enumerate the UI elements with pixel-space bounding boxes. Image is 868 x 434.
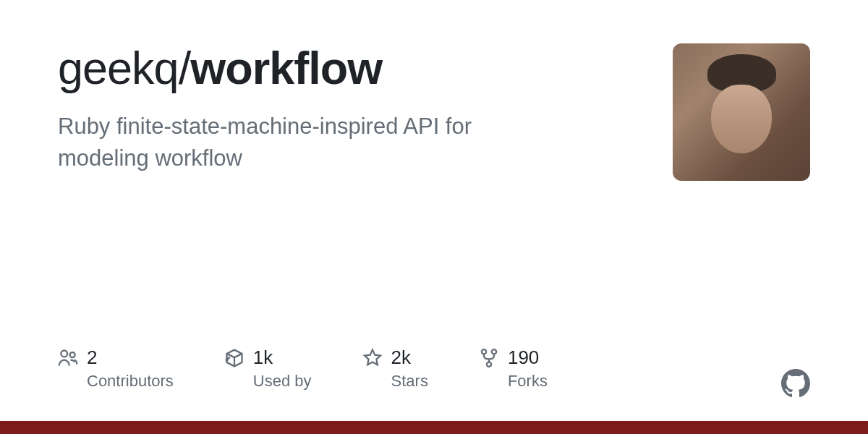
svg-point-3 (492, 349, 496, 354)
svg-point-1 (70, 352, 75, 357)
stat-label: Used by (253, 372, 312, 391)
svg-point-2 (482, 349, 486, 354)
stat-label: Contributors (87, 372, 174, 391)
repo-separator: / (179, 43, 191, 93)
stat-value: 1k (253, 346, 312, 369)
svg-point-4 (487, 362, 491, 366)
package-icon (224, 348, 244, 368)
github-logo-icon[interactable] (781, 369, 810, 398)
stat-label: Stars (391, 372, 428, 391)
repo-description: Ruby finite-state-machine-inspired API f… (58, 111, 564, 174)
avatar[interactable] (673, 43, 810, 181)
stat-forks[interactable]: 190 Forks (479, 346, 548, 391)
stat-usedby[interactable]: 1k Used by (224, 346, 312, 391)
stat-content: 2k Stars (391, 346, 428, 391)
fork-icon (479, 348, 499, 368)
stat-value: 2 (87, 346, 174, 369)
svg-point-0 (61, 350, 67, 357)
stat-content: 190 Forks (508, 346, 548, 391)
repo-name: workflow (190, 43, 382, 93)
stat-content: 2 Contributors (87, 346, 174, 391)
social-preview-card: geekq/workflow Ruby finite-state-machine… (0, 0, 868, 434)
star-icon (362, 348, 383, 368)
people-icon (58, 348, 78, 368)
stat-stars[interactable]: 2k Stars (362, 346, 428, 391)
stat-content: 1k Used by (253, 346, 312, 391)
accent-bar (0, 421, 868, 434)
title-section: geekq/workflow Ruby finite-state-machine… (58, 43, 673, 174)
stat-value: 190 (508, 346, 548, 369)
header: geekq/workflow Ruby finite-state-machine… (58, 43, 810, 181)
repo-title[interactable]: geekq/workflow (58, 43, 644, 93)
stat-label: Forks (508, 372, 548, 391)
stat-value: 2k (391, 346, 428, 369)
repo-owner: geekq (58, 43, 179, 93)
stat-contributors[interactable]: 2 Contributors (58, 346, 174, 391)
stats-row: 2 Contributors 1k Used by (58, 346, 548, 391)
